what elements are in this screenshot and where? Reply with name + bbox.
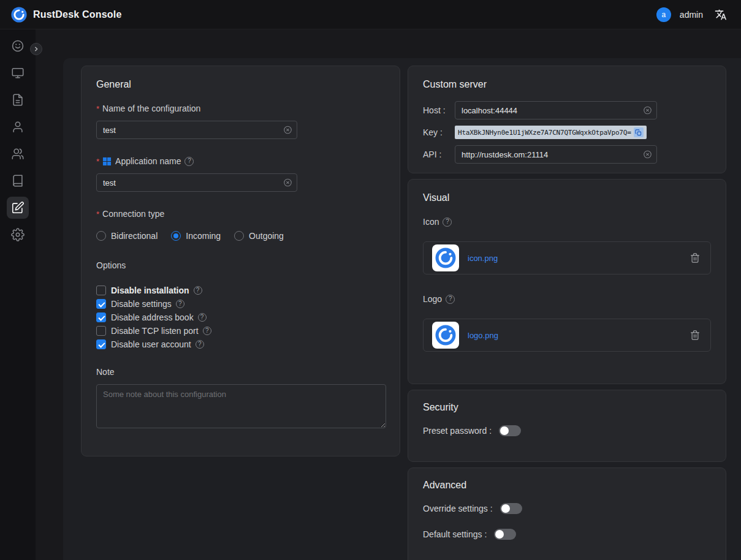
checkbox-disable-address-book[interactable]: Disable address book ? [96, 311, 385, 324]
default-settings-label: Default settings : [423, 529, 487, 539]
rustdesk-logo-icon [435, 325, 456, 346]
preset-password-row: Preset password : [423, 424, 711, 437]
username[interactable]: admin [680, 10, 703, 20]
radio-incoming[interactable]: Incoming [171, 230, 221, 242]
rustdesk-logo-icon [11, 7, 27, 23]
sidebar-item-custom-clients[interactable] [7, 197, 29, 219]
override-settings-row: Override settings : [423, 502, 711, 515]
sidebar-item-overview[interactable] [7, 35, 29, 57]
checkbox-disable-installation[interactable]: Disable installation ? [96, 284, 385, 297]
user-icon [11, 120, 25, 134]
gear-icon [11, 228, 25, 241]
user-avatar[interactable]: a [656, 7, 671, 22]
custom-server-card: Custom server Host : Key : HtaXBkJNHyn0e… [408, 66, 726, 173]
override-settings-toggle[interactable] [500, 503, 522, 514]
book-icon [11, 174, 25, 187]
visual-card: Visual Icon ? icon.png Logo ? logo.png [408, 179, 726, 384]
sidebar-item-devices[interactable] [7, 62, 29, 84]
key-value: HtaXBkJNHyn0e1U1jWXze7A7CN7QTGWqxkOtpaVp… [458, 129, 631, 137]
radio-label: Incoming [186, 231, 221, 241]
edit-icon [11, 201, 25, 214]
clear-icon[interactable] [283, 178, 292, 187]
delete-logo-button[interactable] [690, 329, 702, 341]
sidebar [0, 29, 36, 560]
help-icon[interactable]: ? [203, 327, 211, 335]
checkbox-label: Disable address book [111, 312, 194, 322]
delete-icon-button[interactable] [690, 252, 702, 264]
host-input[interactable] [455, 101, 657, 119]
app-name-input[interactable] [96, 173, 297, 192]
required-mark: * [96, 157, 99, 167]
checkbox-label: Disable user account [111, 339, 191, 349]
sidebar-item-logs[interactable] [7, 170, 29, 192]
help-icon[interactable]: ? [194, 286, 202, 295]
help-icon[interactable]: ? [198, 313, 207, 322]
default-settings-toggle[interactable] [494, 529, 516, 540]
checkbox-disable-settings[interactable]: Disable settings ? [96, 297, 385, 311]
logo-label: Logo [423, 294, 442, 304]
help-icon[interactable]: ? [446, 295, 455, 304]
config-name-label-row: * Name of the configuration [96, 104, 385, 113]
radio-outgoing[interactable]: Outgoing [234, 230, 284, 242]
clear-icon[interactable] [643, 150, 652, 159]
sidebar-item-groups[interactable] [7, 143, 29, 165]
config-name-field-wrap [96, 121, 297, 139]
radio-label: Bidirectional [111, 231, 158, 241]
default-settings-row: Default settings : [423, 528, 711, 541]
clear-icon[interactable] [643, 106, 652, 115]
host-row: Host : [423, 101, 711, 119]
options-list: Disable installation ? Disable settings … [96, 284, 385, 351]
icon-file-box: icon.png [423, 241, 711, 274]
rustdesk-logo-icon [435, 248, 456, 268]
copy-icon[interactable] [634, 127, 644, 137]
radio-bidirectional[interactable]: Bidirectional [96, 230, 158, 242]
windows-icon [102, 157, 112, 166]
checkbox-disable-tcp-listen-port[interactable]: Disable TCP listen port ? [96, 324, 385, 338]
app-title: RustDesk Console [33, 9, 122, 20]
chevron-right-icon [32, 45, 40, 53]
checkbox-label: Disable TCP listen port [111, 326, 199, 336]
checkbox-disable-user-account[interactable]: Disable user account ? [96, 338, 385, 351]
help-icon[interactable]: ? [184, 157, 194, 166]
radio-dot [96, 231, 106, 241]
sidebar-item-settings[interactable] [7, 224, 29, 246]
general-card: General * Name of the configuration * Ap… [81, 66, 400, 456]
logo-file-box: logo.png [423, 319, 711, 352]
sidebar-expand-button[interactable] [30, 43, 42, 55]
icon-label: Icon [423, 217, 439, 227]
trash-icon [690, 330, 701, 341]
config-name-input[interactable] [96, 121, 297, 139]
smile-icon [11, 39, 25, 53]
sidebar-item-users[interactable] [7, 116, 29, 138]
connection-type-radios: Bidirectional Incoming Outgoing [96, 230, 385, 242]
header: RustDesk Console a admin [0, 0, 741, 29]
file-icon [11, 93, 25, 107]
logo-file-link[interactable]: logo.png [468, 331, 498, 340]
note-textarea[interactable] [96, 384, 386, 428]
radio-dot [234, 231, 244, 241]
help-icon[interactable]: ? [443, 218, 452, 227]
checkbox-box [96, 339, 106, 349]
api-input[interactable] [455, 145, 657, 164]
checkbox-box [96, 286, 106, 295]
preset-password-toggle[interactable] [499, 425, 521, 436]
main-content: General * Name of the configuration * Ap… [63, 58, 741, 560]
radio-dot [171, 231, 181, 241]
radio-label: Outgoing [249, 231, 284, 241]
host-field-wrap [455, 101, 657, 119]
required-mark: * [96, 210, 99, 219]
checkbox-label: Disable settings [111, 299, 172, 309]
trash-icon [690, 252, 701, 263]
preset-password-label: Preset password : [423, 426, 492, 436]
sidebar-item-sessions[interactable] [7, 89, 29, 111]
checkbox-box [96, 326, 106, 336]
key-value-chip[interactable]: HtaXBkJNHyn0e1U1jWXze7A7CN7QTGWqxkOtpaVp… [455, 126, 647, 139]
icon-file-link[interactable]: icon.png [468, 254, 498, 263]
api-field-wrap [455, 145, 657, 164]
help-icon[interactable]: ? [176, 300, 184, 308]
api-label: API : [423, 149, 455, 159]
help-icon[interactable]: ? [196, 340, 204, 349]
language-button[interactable] [712, 6, 730, 24]
advanced-title: Advanced [423, 468, 711, 491]
clear-icon[interactable] [283, 126, 292, 135]
